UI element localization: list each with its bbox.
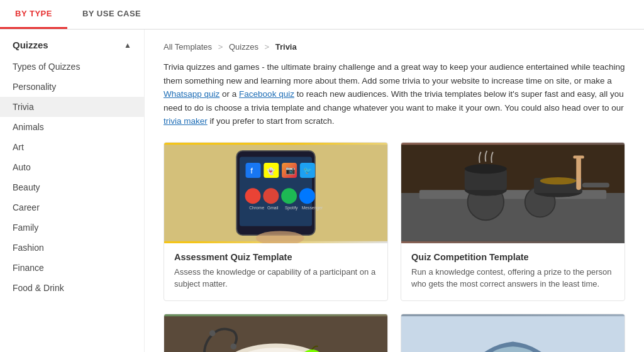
svg-point-31 [540, 177, 577, 185]
content-area: All Templates > Quizzes > Trivia Trivia … [145, 30, 644, 352]
sidebar-item-art[interactable]: Art [0, 137, 144, 157]
card-auto[interactable]: Auto Quiz Template Challenge car enthusi… [401, 314, 625, 352]
card-assessment[interactable]: f 👻 📷 🐦 [164, 142, 388, 301]
breadcrumb-sep-1: > [218, 42, 223, 52]
svg-point-41 [231, 343, 237, 349]
svg-point-13 [281, 188, 297, 204]
card-competition-image [401, 143, 625, 243]
sidebar-item-beauty[interactable]: Beauty [0, 177, 144, 197]
breadcrumb: All Templates > Quizzes > Trivia [164, 42, 625, 52]
svg-text:Gmail: Gmail [267, 206, 279, 210]
svg-rect-21 [401, 193, 625, 241]
breadcrumb-all-templates[interactable]: All Templates [164, 42, 212, 52]
card-health-image [164, 314, 387, 352]
card-health[interactable]: Health Quiz Template Test health and wel… [164, 314, 388, 352]
page-description: Trivia quizzes and games - the ultimate … [164, 60, 625, 128]
description-text-2: or a [222, 89, 239, 99]
card-competition-body: Quiz Competition Template Run a knowledg… [401, 243, 625, 300]
svg-text:🐦: 🐦 [303, 166, 313, 175]
description-text-1: Trivia quizzes and games - the ultimate … [164, 62, 625, 85]
sidebar-section-quizzes[interactable]: Quizzes ▲ [0, 30, 144, 57]
sidebar-item-animals[interactable]: Animals [0, 117, 144, 137]
svg-rect-33 [573, 155, 584, 158]
card-assessment-image: f 👻 📷 🐦 [164, 143, 387, 243]
svg-point-11 [245, 188, 261, 204]
card-competition-description: Run a knowledge contest, offering a priz… [411, 266, 614, 290]
sidebar-item-personality[interactable]: Personality [0, 77, 144, 97]
sidebar-item-trivia[interactable]: Trivia [0, 97, 144, 117]
sidebar-item-family[interactable]: Family [0, 217, 144, 238]
sidebar-item-food-drink[interactable]: Food & Drink [0, 278, 144, 298]
description-text-4: if you prefer to start from scratch. [210, 116, 335, 126]
svg-point-27 [465, 164, 507, 173]
card-assessment-body: Assessment Quiz Template Assess the know… [164, 243, 387, 300]
card-competition[interactable]: Quiz Competition Template Run a knowledg… [401, 142, 625, 301]
facebook-quiz-link[interactable]: Facebook quiz [239, 89, 294, 99]
breadcrumb-sep-2: > [265, 42, 270, 52]
breadcrumb-quizzes[interactable]: Quizzes [229, 42, 258, 52]
sidebar-item-auto[interactable]: Auto [0, 157, 144, 177]
chevron-up-icon: ▲ [124, 41, 131, 50]
breadcrumb-current: Trivia [275, 42, 297, 52]
svg-point-40 [209, 330, 216, 336]
svg-text:👻: 👻 [267, 167, 275, 175]
trivia-maker-link[interactable]: trivia maker [164, 116, 208, 126]
sidebar-item-types-of-quizzes[interactable]: Types of Quizzes [0, 57, 144, 77]
sidebar-item-finance[interactable]: Finance [0, 258, 144, 278]
card-auto-image [401, 314, 625, 352]
svg-rect-30 [582, 183, 609, 188]
whatsapp-quiz-link[interactable]: Whatsapp quiz [164, 89, 219, 99]
nav-by-type[interactable]: BY TYPE [0, 0, 67, 29]
svg-text:Messenger: Messenger [302, 206, 323, 211]
sidebar-section-label: Quizzes [13, 40, 48, 50]
card-assessment-title: Assessment Quiz Template [174, 252, 377, 262]
top-navigation: BY TYPE BY USE CASE [0, 0, 644, 30]
sidebar-item-fashion[interactable]: Fashion [0, 238, 144, 258]
sidebar: Quizzes ▲ Types of Quizzes Personality T… [0, 30, 145, 352]
card-assessment-description: Assess the knowledge or capability of a … [174, 266, 377, 290]
card-competition-title: Quiz Competition Template [411, 252, 614, 262]
svg-text:📷: 📷 [286, 165, 296, 175]
svg-text:f: f [250, 166, 253, 175]
svg-point-14 [299, 188, 315, 204]
svg-rect-3 [246, 163, 261, 178]
nav-by-use-case[interactable]: BY USE CASE [67, 0, 156, 29]
svg-text:Spotify: Spotify [285, 206, 298, 211]
svg-rect-32 [576, 157, 581, 190]
sidebar-item-career[interactable]: Career [0, 197, 144, 217]
cards-grid: f 👻 📷 🐦 [164, 142, 625, 352]
main-layout: Quizzes ▲ Types of Quizzes Personality T… [0, 30, 644, 352]
svg-text:Chrome: Chrome [249, 206, 264, 210]
svg-point-12 [263, 188, 279, 204]
